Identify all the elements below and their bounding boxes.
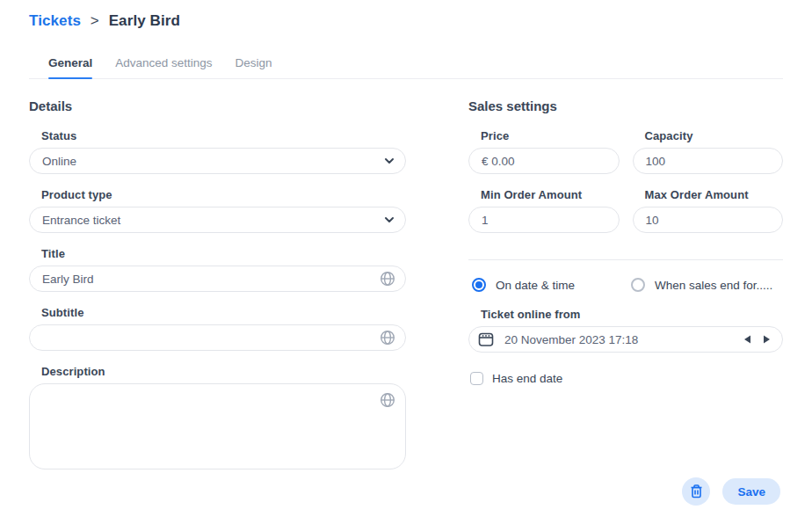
globe-icon — [380, 392, 395, 408]
sales-settings-section: Sales settings Price Capacity Min Order … — [468, 98, 783, 385]
product-type-label: Product type — [41, 188, 406, 201]
description-label: Description — [41, 365, 406, 378]
capacity-label: Capacity — [645, 129, 784, 142]
has-end-date-checkbox[interactable]: Has end date — [470, 372, 783, 385]
breadcrumb-tickets-link[interactable]: Tickets — [29, 12, 81, 29]
ticket-online-from-input[interactable] — [468, 326, 783, 353]
capacity-field: Capacity — [633, 129, 784, 174]
product-type-field: Product type — [29, 188, 406, 233]
tab-advanced-settings[interactable]: Advanced settings — [115, 56, 212, 78]
checkbox-icon — [470, 372, 483, 385]
radio-on-date-time-label: On date & time — [496, 279, 575, 292]
sales-divider — [468, 259, 783, 260]
date-previous-icon[interactable] — [743, 335, 751, 344]
details-heading: Details — [29, 98, 406, 113]
status-select[interactable] — [29, 148, 406, 174]
calendar-icon — [478, 331, 494, 347]
status-field: Status — [29, 129, 406, 174]
title-input[interactable] — [29, 266, 406, 292]
min-order-field: Min Order Amount — [468, 188, 620, 233]
radio-when-sales-end[interactable]: When sales end for..... — [631, 278, 772, 292]
subtitle-label: Subtitle — [41, 306, 406, 319]
radio-on-date-time[interactable]: On date & time — [472, 278, 575, 292]
has-end-date-label: Has end date — [492, 372, 562, 385]
price-field: Price — [468, 129, 620, 174]
save-button[interactable]: Save — [722, 478, 780, 505]
breadcrumb-separator: > — [91, 12, 99, 29]
tab-design[interactable]: Design — [236, 56, 272, 78]
ticket-editor-page: Tickets > Early Bird General Advanced se… — [0, 0, 812, 524]
product-type-select[interactable] — [29, 207, 406, 233]
max-order-label: Max Order Amount — [645, 188, 784, 201]
radio-icon — [472, 278, 486, 292]
tab-bar: General Advanced settings Design — [29, 56, 783, 79]
min-order-label: Min Order Amount — [481, 188, 620, 201]
description-textarea[interactable] — [29, 383, 406, 469]
sales-settings-heading: Sales settings — [468, 98, 783, 113]
delete-button[interactable] — [682, 477, 710, 506]
trash-icon — [690, 484, 703, 499]
sales-start-radio-group: On date & time When sales end for..... — [472, 278, 783, 292]
details-section: Details Status Product type Title — [29, 98, 406, 487]
ticket-online-from-field: Ticket online from — [468, 308, 783, 353]
description-field: Description — [29, 365, 406, 473]
breadcrumb-current: Early Bird — [109, 12, 180, 29]
radio-when-sales-end-label: When sales end for..... — [655, 279, 772, 292]
footer-actions: Save — [682, 477, 780, 506]
title-label: Title — [41, 247, 406, 260]
price-input[interactable] — [468, 148, 620, 174]
subtitle-field: Subtitle — [29, 306, 406, 351]
ticket-online-from-label: Ticket online from — [481, 308, 783, 321]
title-field: Title — [29, 247, 406, 292]
tab-general[interactable]: General — [48, 56, 92, 78]
price-label: Price — [481, 129, 620, 142]
subtitle-input[interactable] — [29, 324, 406, 351]
capacity-input[interactable] — [633, 148, 784, 174]
max-order-field: Max Order Amount — [633, 188, 784, 233]
min-order-input[interactable] — [468, 207, 620, 233]
max-order-input[interactable] — [633, 207, 784, 233]
status-label: Status — [41, 129, 406, 142]
breadcrumb: Tickets > Early Bird — [29, 12, 180, 30]
date-next-icon[interactable] — [763, 335, 771, 344]
radio-icon — [631, 278, 645, 292]
